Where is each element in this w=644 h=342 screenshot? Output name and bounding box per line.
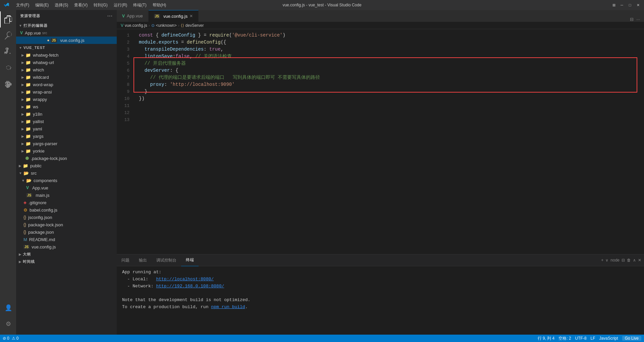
file-packagelock[interactable]: {} package-lock.json	[16, 221, 117, 228]
panel-tab-problems[interactable]: 问题	[117, 254, 134, 266]
menu-goto[interactable]: 转到(G)	[91, 2, 110, 9]
open-editors-section[interactable]: ▼ 打开的编辑器	[16, 22, 117, 29]
folder-components[interactable]: ▼ 📂 components	[16, 177, 117, 184]
folder-yallist[interactable]: ▶ 📁 yallist	[16, 118, 117, 125]
menu-select[interactable]: 选择(S)	[52, 2, 71, 9]
menu-run[interactable]: 运行(R)	[111, 2, 130, 9]
open-editors-label: 打开的编辑器	[23, 23, 48, 28]
folder-whatwg-fetch[interactable]: ▶ 📁 whatwg-fetch	[16, 51, 117, 59]
code-editor[interactable]: 1 2 3 4 5 6 7 8 9 10 11 12 13 const { de…	[117, 29, 644, 254]
panel-up-button[interactable]: ∧	[633, 258, 636, 263]
outline-chevron: ▶	[19, 252, 21, 256]
open-file-appvue[interactable]: V App.vue src ✕	[16, 29, 117, 37]
panel-tab-debug-console[interactable]: 调试控制台	[152, 254, 181, 266]
folder-yorkie[interactable]: ▶ 📁 yorkie	[16, 147, 117, 155]
title-bar-left: 文件(F) 编辑(E) 选择(S) 查看(V) 转到(G) 运行(R) 终端(T…	[3, 2, 169, 9]
menu-edit[interactable]: 编辑(E)	[33, 2, 51, 9]
panel-add-button[interactable]: +	[601, 258, 603, 263]
terminal-content[interactable]: App running at: - Local: http://localhos…	[117, 266, 644, 335]
folder-word-wrap[interactable]: ▶ 📁 word-wrap	[16, 81, 117, 88]
terminal-line-6: To create a production build, run npm ru…	[122, 304, 639, 311]
activity-extensions[interactable]	[0, 76, 16, 92]
status-language[interactable]: JavaScript	[599, 336, 618, 341]
file-jsconfig[interactable]: {} jsconfig.json	[16, 214, 117, 221]
sidebar-menu-button[interactable]: ···	[107, 13, 113, 19]
folder-y18n[interactable]: ▶ 📁 y18n	[16, 110, 117, 118]
file-vueconfig-root[interactable]: JS vue.config.js	[16, 243, 117, 250]
folder-ws[interactable]: ▶ 📁 ws	[16, 103, 117, 110]
activity-debug[interactable]	[0, 60, 16, 76]
menu-view[interactable]: 查看(V)	[71, 2, 90, 9]
tab-vueconfig[interactable]: JS vue.config.js ✕	[149, 10, 199, 22]
npm-run-build-link[interactable]: npm run build	[211, 304, 245, 309]
breadcrumb-file[interactable]: vue.config.js	[125, 23, 147, 28]
panel-split-button[interactable]: ⊟	[622, 258, 625, 263]
file-gitignore[interactable]: ◈ .gitignore	[16, 199, 117, 206]
menu-file[interactable]: 文件(F)	[13, 2, 32, 9]
close-button[interactable]: ✕	[635, 2, 641, 8]
network-url-link[interactable]: http://192.168.0.108:8080/	[156, 284, 224, 289]
terminal-line-1: App running at:	[122, 269, 639, 276]
file-package-lock[interactable]: .package-lock.json	[16, 155, 117, 162]
status-spaces[interactable]: 空格: 2	[558, 336, 571, 341]
timeline-section[interactable]: ▶ 时间线	[16, 258, 117, 265]
panel-tab-output[interactable]: 输出	[134, 254, 152, 266]
tab-appvue[interactable]: V App.vue	[117, 10, 149, 22]
local-url-link[interactable]: http://localhost:8080/	[156, 277, 214, 282]
code-line-5: // 开启代理服务器	[139, 60, 644, 67]
project-section[interactable]: ▼ VUE_TEST	[16, 44, 117, 51]
file-appvue[interactable]: V App.vue	[16, 184, 117, 191]
folder-wildcard[interactable]: ▶ 📁 wildcard	[16, 73, 117, 81]
window-title: vue.config.js - vue_test - Visual Studio…	[282, 3, 361, 7]
file-babelconfig[interactable]: ⚙ babel.config.js	[16, 206, 117, 214]
menu-help[interactable]: 帮助(H)	[150, 2, 169, 9]
tabs-split-button[interactable]: ⊟	[629, 17, 635, 22]
folder-yargs-parser[interactable]: ▶ 📁 yargs-parser	[16, 140, 117, 147]
file-mainjs[interactable]: JS main.js	[16, 191, 117, 199]
minimize-button[interactable]: ─	[619, 2, 625, 8]
panel-trash-button[interactable]: 🗑	[627, 258, 631, 263]
folder-whatwg-url[interactable]: ▶ 📁 whatwg-url	[16, 59, 117, 66]
code-content[interactable]: const { defineConfig } = require('@vue/c…	[133, 29, 644, 254]
go-live-button[interactable]: Go Live	[622, 336, 641, 341]
maximize-button[interactable]: □	[627, 2, 633, 8]
menu-terminal[interactable]: 终端(T)	[130, 2, 149, 9]
panel-tab-terminal[interactable]: 终端	[181, 254, 199, 266]
outline-section[interactable]: ▶ 大纲	[16, 250, 117, 258]
folder-wrappy[interactable]: ▶ 📁 wrappy	[16, 96, 117, 103]
timeline-label: 时间线	[23, 259, 35, 264]
activity-search[interactable]	[0, 27, 16, 44]
close-tab-vueconfig[interactable]: ✕	[190, 14, 193, 18]
error-count[interactable]: ⊘ 0 ⚠ 0	[3, 336, 18, 341]
activity-explorer[interactable]	[0, 11, 16, 27]
file-packagejson[interactable]: {} package.json	[16, 228, 117, 236]
folder-which[interactable]: ▶ 📁 which	[16, 66, 117, 73]
activity-scm[interactable]	[0, 44, 16, 60]
tabs-more-button[interactable]: ···	[635, 17, 641, 22]
status-line-ending[interactable]: LF	[591, 336, 595, 341]
activity-settings[interactable]: ⚙	[0, 316, 16, 332]
folder-yargs[interactable]: ▶ 📁 yargs	[16, 132, 117, 140]
code-line-6: devServer: {	[139, 67, 644, 74]
open-file-appvue-path: src	[42, 31, 47, 35]
panel-dropdown-button[interactable]: ∨	[605, 258, 608, 263]
folder-wrap-ansi[interactable]: ▶ 📁 wrap-ansi	[16, 88, 117, 96]
folder-src[interactable]: ▼ 📂 src	[16, 169, 117, 177]
layout-button[interactable]: ⊞	[611, 2, 616, 8]
breadcrumb-unknown[interactable]: <unknown>	[156, 23, 177, 28]
breadcrumb: V vue.config.js › ⊙ <unknown> › ⟨⟩ devSe…	[117, 22, 644, 29]
file-readme[interactable]: M README.md	[16, 236, 117, 243]
status-encoding[interactable]: UTF-8	[575, 336, 587, 341]
open-file-vueconfig[interactable]: ● JS vue.config.js ✕	[16, 37, 117, 44]
activity-account[interactable]: 👤	[0, 300, 16, 316]
js-file-icon: JS	[51, 38, 57, 43]
status-row-col[interactable]: 行 9, 列 4	[538, 336, 555, 341]
breadcrumb-devserver[interactable]: devServer	[185, 23, 204, 28]
md-icon: M	[23, 237, 27, 242]
panel-close-button[interactable]: ✕	[638, 258, 641, 263]
folder-yaml[interactable]: ▶ 📁 yaml	[16, 125, 117, 132]
folder-public[interactable]: ▶ 📁 public	[16, 162, 117, 169]
vue-file-icon: V	[20, 31, 23, 35]
tab-js-icon: JS	[154, 14, 160, 18]
panel-node-label: node	[610, 258, 620, 263]
